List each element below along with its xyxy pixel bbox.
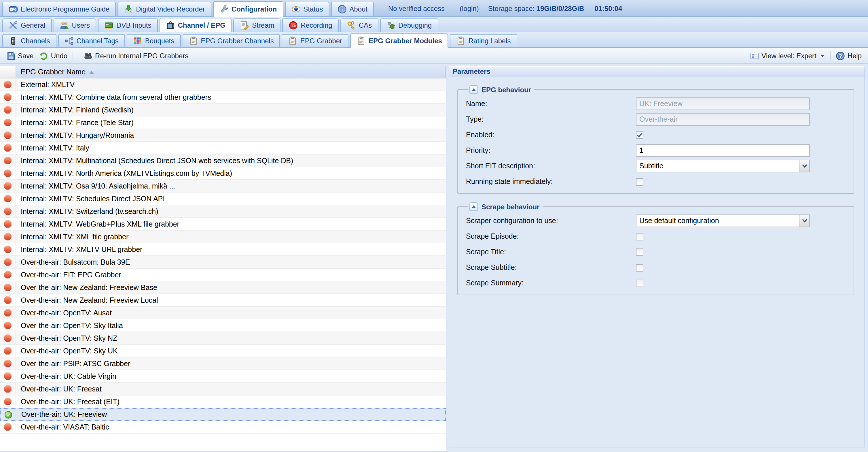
- grabber-row[interactable]: Internal: XMLTV: XMLTV URL grabber: [0, 243, 446, 256]
- tab-epg-grabber[interactable]: EPG Grabber: [282, 34, 348, 47]
- parameters-panel-title: Parameters: [449, 66, 865, 77]
- toolbar-separator: [72, 51, 73, 60]
- grabber-row[interactable]: Over-the-air: UK: Cable Virgin: [0, 370, 446, 383]
- grabber-row[interactable]: Over-the-air: VIASAT: Baltic: [0, 421, 446, 433]
- tab-about[interactable]: i About: [331, 2, 374, 16]
- running-state-checkbox[interactable]: [636, 178, 643, 186]
- grabber-row[interactable]: Over-the-air: Bulsatcom: Bula 39E: [0, 256, 446, 269]
- combo-chevron-down-icon[interactable]: [799, 215, 809, 227]
- grabber-row[interactable]: Over-the-air: EIT: EPG Grabber: [0, 269, 446, 281]
- collapse-epg-behaviour-button[interactable]: [469, 85, 478, 94]
- tab-channels[interactable]: Channels: [2, 34, 56, 47]
- scrape-episode-checkbox[interactable]: [636, 233, 643, 240]
- grabber-row[interactable]: Internal: XMLTV: France (Tele Star): [0, 116, 446, 129]
- grid-header-name-column[interactable]: EPG Grabber Name: [16, 66, 446, 78]
- grabber-row[interactable]: Internal: XMLTV: XML file grabber: [0, 231, 446, 243]
- combo-chevron-down-icon[interactable]: [799, 160, 809, 172]
- tab-status[interactable]: Status: [285, 2, 329, 16]
- name-label: Name:: [466, 100, 636, 108]
- status-cell: [0, 231, 16, 243]
- tab-dvb-inputs[interactable]: DVB Inputs: [98, 19, 158, 32]
- save-button[interactable]: Save: [3, 50, 37, 61]
- grabber-row[interactable]: Internal: XMLTV: WebGrab+Plus XML file g…: [0, 218, 446, 231]
- grabber-row[interactable]: Over-the-air: New Zealand: Freeview Base: [0, 281, 446, 294]
- short-eit-select[interactable]: Subtitle: [636, 160, 810, 172]
- grabber-row[interactable]: Internal: XMLTV: Osa 9/10. Asiaohjelma, …: [0, 180, 446, 193]
- grabber-row[interactable]: Over-the-air: OpenTV: Ausat: [0, 307, 446, 319]
- scrape-summary-checkbox[interactable]: [636, 279, 643, 287]
- clipboard-icon: [356, 36, 366, 46]
- tab-debugging[interactable]: Debugging: [380, 19, 438, 32]
- tab-channel-epg[interactable]: Channel / EPG: [159, 18, 232, 32]
- grabber-row[interactable]: Over-the-air: New Zealand: Freeview Loca…: [0, 294, 446, 307]
- tab-label: General: [21, 21, 45, 29]
- disabled-status-icon: [4, 144, 11, 152]
- disabled-status-icon: [4, 169, 11, 177]
- disabled-status-icon: [4, 258, 11, 266]
- grabber-row[interactable]: Internal: XMLTV: Combine data from sever…: [0, 91, 446, 104]
- channel-tabstrip: Channels Channel Tags Bouquets EPG Grabb…: [0, 32, 868, 48]
- grabber-row[interactable]: Over-the-air: OpenTV: Sky NZ: [0, 332, 446, 345]
- view-level-button[interactable]: View level: Expert: [747, 50, 828, 61]
- grabber-row[interactable]: Internal: XMLTV: Finland (Swedish): [0, 104, 446, 116]
- grabber-row[interactable]: Over-the-air: UK: Freeview: [0, 408, 446, 421]
- tab-epg-grabber-channels[interactable]: EPG Grabber Channels: [182, 34, 280, 47]
- tab-cas[interactable]: CAs: [340, 19, 378, 32]
- grabber-row[interactable]: Internal: XMLTV: Multinational (Schedule…: [0, 154, 446, 167]
- tuner-card-icon: [104, 21, 114, 30]
- grabber-name: Over-the-air: VIASAT: Baltic: [16, 421, 446, 433]
- scraper-config-select[interactable]: Use default configuration: [636, 215, 810, 227]
- undo-label: Undo: [51, 52, 67, 60]
- tab-rating-labels[interactable]: Rating Labels: [450, 34, 517, 47]
- status-cell: [0, 78, 16, 90]
- tab-recording[interactable]: REC Recording: [282, 19, 338, 32]
- tab-electronic-programme-guide[interactable]: EPG Electronic Programme Guide: [2, 2, 116, 16]
- grabber-row[interactable]: Internal: XMLTV: Schedules Direct JSON A…: [0, 193, 446, 205]
- tab-channel-tags[interactable]: Channel Tags: [58, 34, 125, 47]
- tab-general[interactable]: General: [2, 19, 52, 32]
- collapse-scrape-behaviour-button[interactable]: [469, 202, 478, 211]
- grabber-row[interactable]: Over-the-air: UK: Freesat (EIT): [0, 395, 446, 408]
- scrape-subtitle-checkbox[interactable]: [636, 264, 643, 271]
- undo-button[interactable]: Undo: [37, 50, 70, 61]
- login-link[interactable]: (login): [460, 4, 479, 12]
- svg-text:i: i: [341, 7, 343, 12]
- grabber-row[interactable]: Over-the-air: PSIP: ATSC Grabber: [0, 358, 446, 370]
- grid-header-status-column[interactable]: [0, 66, 16, 78]
- grabber-row[interactable]: Over-the-air: UK: Freesat: [0, 383, 446, 395]
- tab-epg-grabber-modules[interactable]: EPG Grabber Modules: [350, 33, 448, 48]
- tab-label: Bouquets: [145, 37, 174, 45]
- grabber-row[interactable]: Internal: XMLTV: Italy: [0, 142, 446, 154]
- grabber-row[interactable]: Internal: XMLTV: North America (XMLTVLis…: [0, 167, 446, 180]
- grabber-row[interactable]: Over-the-air: OpenTV: Sky UK: [0, 345, 446, 358]
- grabber-row[interactable]: Over-the-air: OpenTV: Sky Italia: [0, 319, 446, 332]
- rerun-grabbers-button[interactable]: Re-run Internal EPG Grabbers: [81, 50, 191, 61]
- tab-configuration[interactable]: Configuration: [213, 1, 283, 17]
- status-cell: [0, 269, 16, 281]
- disabled-status-icon: [4, 246, 11, 253]
- disabled-status-icon: [4, 119, 11, 126]
- status-cell: [0, 294, 16, 306]
- priority-field[interactable]: [636, 144, 810, 157]
- toolbar: Save Undo Re-run Internal EPG Grabbers V…: [0, 48, 868, 64]
- status-cell: [0, 332, 16, 344]
- status-cell: [0, 345, 16, 357]
- clock: 01:50:04: [594, 4, 622, 12]
- tab-stream[interactable]: Stream: [234, 19, 280, 32]
- disabled-status-icon: [4, 220, 11, 228]
- clipboard-icon: [457, 36, 466, 46]
- wrench-icon: [219, 5, 229, 14]
- short-eit-value: Subtitle: [637, 160, 799, 172]
- disabled-status-icon: [4, 385, 11, 393]
- tab-digital-video-recorder[interactable]: Digital Video Recorder: [118, 2, 211, 16]
- grabber-row[interactable]: Internal: XMLTV: Switzerland (tv.search.…: [0, 205, 446, 218]
- tab-users[interactable]: Users: [53, 19, 96, 32]
- enabled-checkbox[interactable]: [636, 131, 643, 139]
- grabber-row[interactable]: External: XMLTV: [0, 78, 446, 91]
- disabled-status-icon: [4, 322, 11, 329]
- scrape-title-checkbox[interactable]: [636, 248, 643, 256]
- help-button[interactable]: ? Help: [833, 50, 865, 61]
- tab-bouquets[interactable]: Bouquets: [127, 34, 181, 47]
- grabber-name: Internal: XMLTV: XMLTV URL grabber: [16, 243, 446, 255]
- grabber-row[interactable]: Internal: XMLTV: Hungary/Romania: [0, 129, 446, 142]
